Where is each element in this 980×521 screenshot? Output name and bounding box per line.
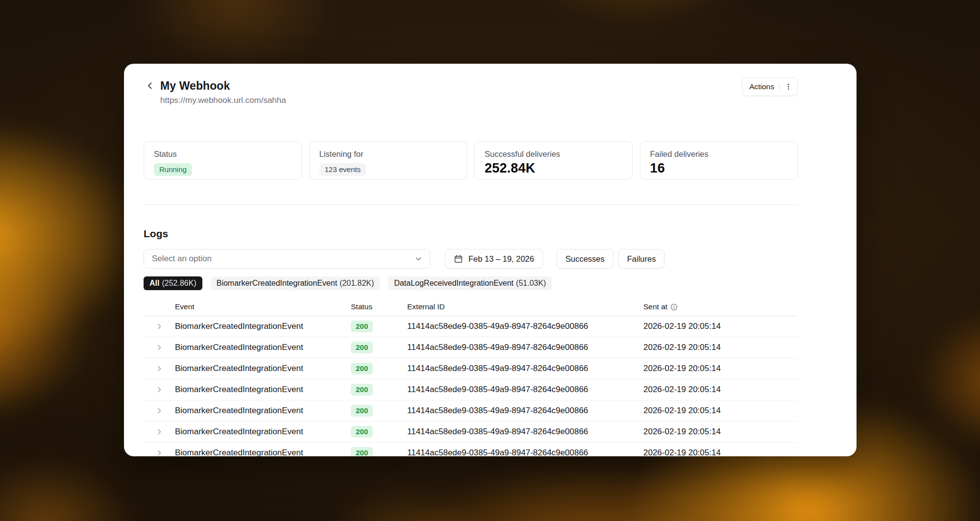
failures-button[interactable]: Failures xyxy=(618,249,665,269)
stats-row: Status Running Listening for 123 events … xyxy=(144,141,798,180)
event-type-select[interactable]: Select an option xyxy=(144,249,430,269)
event-cell: BiomarkerCreatedIntegrationEvent xyxy=(175,427,351,437)
event-cell: BiomarkerCreatedIntegrationEvent xyxy=(175,406,351,416)
successes-label: Successes xyxy=(565,254,605,264)
failed-deliveries-value: 16 xyxy=(650,161,788,176)
info-icon[interactable] xyxy=(670,303,678,311)
events-count-badge: 123 events xyxy=(319,163,366,176)
table-row[interactable]: BiomarkerCreatedIntegrationEvent 200 114… xyxy=(144,337,798,358)
webhook-url: https://my.webhook.url.com/sahha xyxy=(160,95,798,106)
table-row[interactable]: BiomarkerCreatedIntegrationEvent 200 114… xyxy=(144,400,798,422)
actions-button[interactable]: Actions xyxy=(742,77,798,96)
stat-card-listening: Listening for 123 events xyxy=(309,141,467,180)
event-cell: BiomarkerCreatedIntegrationEvent xyxy=(175,322,351,331)
sent-at-cell: 2026-02-19 20:05:14 xyxy=(643,448,798,456)
stat-label: Listening for xyxy=(319,149,457,159)
table-row[interactable]: BiomarkerCreatedIntegrationEvent 200 114… xyxy=(144,422,798,443)
sent-at-cell: 2026-02-19 20:05:14 xyxy=(643,364,798,373)
table-row[interactable]: BiomarkerCreatedIntegrationEvent 200 114… xyxy=(144,316,798,337)
pill-count: (201.82K) xyxy=(340,279,374,288)
filter-pill-all[interactable]: All (252.86K) xyxy=(144,276,202,290)
stat-label: Successful deliveries xyxy=(485,149,622,159)
page-title: My Webhook xyxy=(160,79,230,93)
logs-table: Event Status External ID Sent at Biomark… xyxy=(144,298,798,456)
external-id-cell: 11414ac58ede9-0385-49a9-8947-8264c9e0086… xyxy=(407,406,643,416)
date-range-picker[interactable]: Feb 13 – 19, 2026 xyxy=(445,249,543,269)
pill-label: BiomarkerCreatedIntegrationEvent xyxy=(217,279,337,288)
column-header-sent-at: Sent at xyxy=(643,302,798,311)
chevron-right-icon[interactable] xyxy=(153,426,165,438)
table-row[interactable]: BiomarkerCreatedIntegrationEvent 200 114… xyxy=(144,358,798,379)
logs-filter-row: Select an option Feb 13 – 19, 2026 Succe… xyxy=(144,249,798,269)
stat-label: Failed deliveries xyxy=(650,149,788,159)
event-filter-pills: All (252.86K) BiomarkerCreatedIntegratio… xyxy=(144,276,798,290)
table-body: BiomarkerCreatedIntegrationEvent 200 114… xyxy=(144,316,798,456)
status-code-badge: 200 xyxy=(351,342,373,353)
status-code-badge: 200 xyxy=(351,321,373,332)
stat-label: Status xyxy=(154,149,292,159)
external-id-cell: 11414ac58ede9-0385-49a9-8947-8264c9e0086… xyxy=(407,343,643,352)
successful-deliveries-value: 252.84K xyxy=(485,161,622,176)
event-cell: BiomarkerCreatedIntegrationEvent xyxy=(175,448,351,456)
stat-card-failed: Failed deliveries 16 xyxy=(640,141,798,180)
status-badge: Running xyxy=(154,163,192,176)
chevron-right-icon[interactable] xyxy=(153,363,165,374)
event-cell: BiomarkerCreatedIntegrationEvent xyxy=(175,385,351,395)
pill-label: All xyxy=(149,279,159,288)
chevron-right-icon[interactable] xyxy=(153,384,165,396)
external-id-cell: 11414ac58ede9-0385-49a9-8947-8264c9e0086… xyxy=(407,385,643,395)
chevron-right-icon[interactable] xyxy=(153,447,165,456)
chevron-right-icon[interactable] xyxy=(153,405,165,417)
column-header-status: Status xyxy=(351,302,407,311)
external-id-cell: 11414ac58ede9-0385-49a9-8947-8264c9e0086… xyxy=(407,427,643,437)
pill-label: DataLogReceivedIntegrationEvent xyxy=(394,279,514,288)
select-placeholder: Select an option xyxy=(152,254,212,264)
status-code-badge: 200 xyxy=(351,363,373,374)
chevron-right-icon[interactable] xyxy=(153,342,165,353)
failures-label: Failures xyxy=(627,254,656,264)
sent-at-label: Sent at xyxy=(643,302,667,311)
pill-count: (51.03K) xyxy=(516,279,546,288)
column-header-event: Event xyxy=(175,302,351,311)
external-id-cell: 11414ac58ede9-0385-49a9-8947-8264c9e0086… xyxy=(407,448,643,456)
date-range-label: Feb 13 – 19, 2026 xyxy=(468,254,534,264)
calendar-icon xyxy=(454,254,463,264)
section-divider xyxy=(144,204,798,205)
event-cell: BiomarkerCreatedIntegrationEvent xyxy=(175,364,351,373)
status-code-badge: 200 xyxy=(351,426,373,438)
pill-count: (252.86K) xyxy=(162,279,196,288)
sent-at-cell: 2026-02-19 20:05:14 xyxy=(643,427,798,437)
status-code-badge: 200 xyxy=(351,447,373,456)
sent-at-cell: 2026-02-19 20:05:14 xyxy=(643,343,798,352)
sent-at-cell: 2026-02-19 20:05:14 xyxy=(643,322,798,331)
chevron-left-icon xyxy=(146,81,154,90)
sent-at-cell: 2026-02-19 20:05:14 xyxy=(643,406,798,416)
successes-button[interactable]: Successes xyxy=(557,249,613,269)
status-code-badge: 200 xyxy=(351,384,373,396)
table-row[interactable]: BiomarkerCreatedIntegrationEvent 200 114… xyxy=(144,379,798,400)
actions-button-label: Actions xyxy=(749,82,774,91)
panel-header: My Webhook https://my.webhook.url.com/sa… xyxy=(144,78,798,120)
filter-pill-biomarker[interactable]: BiomarkerCreatedIntegrationEvent (201.82… xyxy=(211,276,380,290)
external-id-cell: 11414ac58ede9-0385-49a9-8947-8264c9e0086… xyxy=(407,364,643,373)
table-row[interactable]: BiomarkerCreatedIntegrationEvent 200 114… xyxy=(144,443,798,456)
chevron-right-icon[interactable] xyxy=(153,321,165,332)
stat-card-status: Status Running xyxy=(144,141,302,180)
chevron-down-icon xyxy=(414,254,423,263)
column-header-external-id: External ID xyxy=(407,302,643,311)
back-button[interactable] xyxy=(144,79,156,92)
stat-card-successful: Successful deliveries 252.84K xyxy=(474,141,633,180)
external-id-cell: 11414ac58ede9-0385-49a9-8947-8264c9e0086… xyxy=(407,322,643,331)
kebab-menu-icon xyxy=(784,83,792,91)
sent-at-cell: 2026-02-19 20:05:14 xyxy=(643,385,798,395)
event-cell: BiomarkerCreatedIntegrationEvent xyxy=(175,343,351,352)
button-divider xyxy=(779,83,780,91)
filter-pill-datalog[interactable]: DataLogReceivedIntegrationEvent (51.03K) xyxy=(388,276,552,290)
logs-heading: Logs xyxy=(144,227,798,240)
webhook-panel: My Webhook https://my.webhook.url.com/sa… xyxy=(124,64,857,456)
table-header: Event Status External ID Sent at xyxy=(144,298,798,316)
status-code-badge: 200 xyxy=(351,405,373,417)
